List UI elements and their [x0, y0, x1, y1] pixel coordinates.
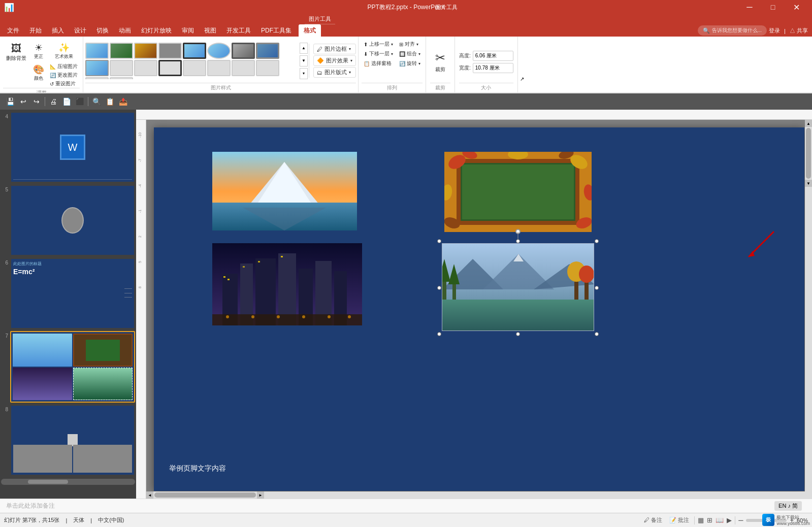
style-12[interactable]	[158, 60, 182, 76]
slide-4-container[interactable]: 4 W	[1, 112, 135, 183]
slide-8-thumb[interactable]	[10, 405, 135, 476]
style-18[interactable]	[110, 77, 133, 79]
vertical-scrollbar[interactable]: ▲ ▼	[805, 120, 812, 499]
selection-pane-btn[interactable]: 📋选择窗格	[362, 59, 395, 68]
compress-btn[interactable]: 📐压缩图片	[48, 62, 80, 71]
undo-btn[interactable]: ↩	[17, 95, 29, 108]
style-11[interactable]	[134, 60, 157, 76]
style-4[interactable]	[158, 43, 182, 59]
comments-btn[interactable]: 📝 批注	[667, 516, 691, 524]
change-picture-btn[interactable]: 🔄更改图片	[48, 71, 80, 79]
style-9[interactable]	[85, 60, 109, 76]
save-btn[interactable]: 💾	[4, 95, 16, 108]
style-16[interactable]	[256, 60, 279, 76]
picture-effects-btn[interactable]: 🔶图片效果▾	[313, 55, 356, 66]
zoom-minus[interactable]: ─	[738, 516, 743, 524]
image-city[interactable]	[212, 243, 362, 325]
scroll-up-btn[interactable]: ▲	[805, 120, 812, 127]
tab-review[interactable]: 审阅	[177, 24, 199, 37]
corrections-btn[interactable]: ☀ 更正	[30, 41, 47, 61]
zoom-in-btn[interactable]: 🔍	[90, 95, 103, 108]
share-btn[interactable]: △ 共享	[790, 27, 808, 35]
slideshow-btn[interactable]: ▶	[727, 516, 732, 524]
slide-6-container[interactable]: 6 此处图片的标题 E=mc² ─────────	[1, 258, 135, 329]
tab-animation[interactable]: 动画	[114, 24, 136, 37]
minimize-btn[interactable]: ─	[738, 0, 761, 14]
slide-4-thumb[interactable]: W	[10, 112, 135, 183]
login-btn[interactable]: 登录	[769, 27, 780, 35]
tab-insert[interactable]: 插入	[47, 24, 69, 37]
tab-format[interactable]: 格式	[299, 24, 321, 37]
toolbar-extra-btn[interactable]: 📋	[104, 95, 116, 108]
slide-6-thumb[interactable]: 此处图片的标题 E=mc² ─────────	[10, 258, 135, 329]
gallery-scroll-down[interactable]: ▼	[300, 55, 308, 67]
image-autumn-frame[interactable]	[444, 152, 592, 232]
width-input[interactable]: 10.78 厘米	[473, 63, 513, 73]
search-box[interactable]: 🔍 告诉我您想要做什么...	[698, 25, 767, 36]
slide-canvas[interactable]: 举例页脚文字内容	[154, 127, 804, 491]
style-6[interactable]	[207, 43, 231, 59]
tab-file[interactable]: 文件	[2, 24, 24, 37]
style-15[interactable]	[232, 60, 255, 76]
style-13[interactable]	[183, 60, 206, 76]
horizontal-scrollbar[interactable]: ◄ ►	[146, 491, 805, 499]
reset-picture-btn[interactable]: ↺重设图片	[48, 80, 80, 88]
tab-pdf[interactable]: PDF工具集	[256, 24, 297, 37]
tab-view[interactable]: 视图	[199, 24, 221, 37]
comment-bar[interactable]: 单击此处添加备注 EN ♪ 简	[0, 499, 812, 513]
send-backward-btn[interactable]: ⬇下移一层▾	[362, 49, 395, 58]
height-input[interactable]: 6.06 厘米	[473, 51, 513, 61]
tab-start[interactable]: 开始	[24, 24, 47, 37]
slide-7-container[interactable]: 7	[1, 331, 135, 402]
style-8[interactable]	[256, 43, 279, 59]
slide-5-container[interactable]: 5	[1, 185, 135, 256]
picture-layout-btn[interactable]: 🗂图片版式▾	[313, 67, 356, 78]
scroll-left-btn[interactable]: ◄	[146, 491, 153, 499]
scroll-right-btn[interactable]: ►	[257, 491, 264, 499]
image-mountain-lake[interactable]	[212, 152, 357, 230]
scroll-down-btn[interactable]: ▼	[805, 180, 812, 187]
window-controls[interactable]: ─ □ ✕	[738, 0, 808, 14]
restore-btn[interactable]: □	[761, 0, 785, 14]
slide-8-container[interactable]: 8	[1, 405, 135, 476]
image-forest-lake[interactable]	[442, 243, 594, 331]
align-btn[interactable]: ⊞对齐▾	[397, 40, 423, 49]
artistic-effects-btn[interactable]: ✨ 艺术效果	[48, 41, 80, 61]
style-17[interactable]	[85, 77, 109, 79]
tab-design[interactable]: 设计	[69, 24, 91, 37]
gallery-more[interactable]: ▾	[300, 68, 308, 79]
ribbon-expand-btn[interactable]: ↗	[518, 73, 526, 84]
style-7[interactable]	[232, 43, 255, 59]
reading-view-btn[interactable]: 📖	[716, 516, 724, 524]
slide-7-thumb[interactable]	[10, 331, 135, 402]
rotate-btn[interactable]: 🔃旋转▾	[397, 59, 423, 68]
slide-canvas-container[interactable]: 举例页脚文字内容 ▲ ▼ ◄ ►	[146, 120, 812, 499]
notes-btn[interactable]: 🖊 备注	[642, 516, 664, 524]
normal-view-btn[interactable]: ▦	[698, 516, 704, 524]
slide-sorter-btn[interactable]: ⊞	[707, 516, 712, 524]
crop-btn[interactable]: ✂ 裁剪	[430, 49, 450, 75]
close-btn[interactable]: ✕	[785, 0, 808, 14]
redo-btn[interactable]: ↪	[30, 95, 43, 108]
gallery-scroll-up[interactable]: ▲	[300, 43, 308, 54]
layout-btn[interactable]: ⬛	[74, 95, 86, 108]
tab-slideshow[interactable]: 幻灯片放映	[136, 24, 177, 37]
tab-transition[interactable]: 切换	[91, 24, 114, 37]
share-toolbar-btn[interactable]: 📤	[117, 95, 129, 108]
print-preview-btn[interactable]: 🖨	[47, 95, 59, 108]
style-14[interactable]	[207, 60, 231, 76]
en-indicator[interactable]: EN ♪ 简	[774, 501, 802, 511]
style-5[interactable]	[183, 43, 206, 59]
tab-developer[interactable]: 开发工具	[221, 24, 256, 37]
slide-5-thumb[interactable]	[10, 185, 135, 256]
picture-border-btn[interactable]: 🖊图片边框▾	[313, 44, 356, 54]
style-3[interactable]	[134, 43, 157, 59]
bring-forward-btn[interactable]: ⬆上移一层▾	[362, 40, 395, 49]
style-1[interactable]	[85, 43, 109, 59]
style-10[interactable]	[110, 60, 133, 76]
remove-background-btn[interactable]: 🖼 删除背景	[3, 41, 29, 63]
color-btn[interactable]: 🎨 颜色	[30, 62, 47, 83]
group-btn[interactable]: 🔲组合▾	[397, 49, 423, 58]
view-btn[interactable]: 📄	[60, 95, 73, 108]
style-2[interactable]	[110, 43, 133, 59]
